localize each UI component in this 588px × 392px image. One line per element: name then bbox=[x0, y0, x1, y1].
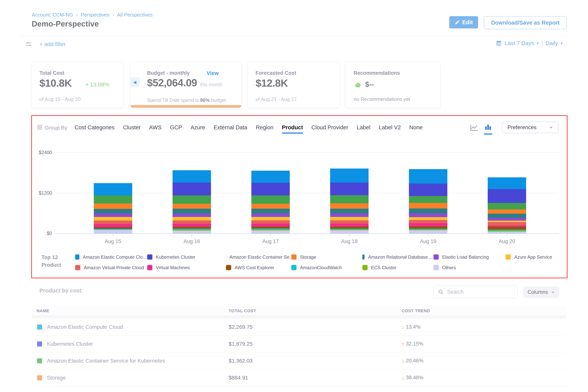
bar-segment[interactable] bbox=[251, 171, 290, 183]
bar-segment[interactable] bbox=[172, 170, 211, 182]
stacked-bar-aug-20[interactable] bbox=[488, 177, 526, 234]
bar-segment[interactable] bbox=[488, 232, 526, 234]
bar-segment[interactable] bbox=[488, 177, 526, 189]
bar-segment[interactable] bbox=[172, 224, 211, 227]
tab-cost-categories[interactable]: Cost Categories bbox=[74, 124, 114, 132]
granularity-dropdown[interactable]: Daily bbox=[546, 40, 558, 46]
tab-label-v2[interactable]: Label V2 bbox=[379, 124, 401, 132]
preferences-dropdown[interactable]: Preferences bbox=[502, 122, 559, 133]
bar-segment[interactable] bbox=[330, 224, 368, 226]
bar-segment[interactable] bbox=[94, 217, 132, 220]
bar-segment[interactable] bbox=[172, 230, 211, 234]
bar-segment[interactable] bbox=[330, 195, 368, 203]
bar-segment[interactable] bbox=[94, 209, 132, 213]
time-range-dropdown[interactable]: Last 7 Days bbox=[504, 40, 534, 46]
bar-segment[interactable] bbox=[251, 217, 290, 220]
stacked-bar-aug-17[interactable] bbox=[251, 171, 290, 234]
edit-button[interactable]: Edit bbox=[449, 16, 478, 28]
bar-segment[interactable] bbox=[488, 222, 526, 226]
budget-prev-arrow-button[interactable]: ◀ bbox=[130, 77, 140, 87]
bar-segment[interactable] bbox=[251, 183, 290, 196]
bar-segment[interactable] bbox=[172, 214, 211, 217]
bar-segment[interactable] bbox=[94, 213, 132, 217]
filter-settings-icon[interactable] bbox=[24, 40, 32, 49]
legend-item[interactable]: Virtual Machines bbox=[146, 264, 226, 271]
tab-label[interactable]: Label bbox=[357, 124, 370, 132]
bar-segment[interactable] bbox=[251, 220, 290, 224]
bar-segment[interactable] bbox=[251, 196, 290, 204]
chevron-down-icon[interactable]: ▾ bbox=[560, 41, 562, 46]
bar-segment[interactable] bbox=[409, 208, 447, 213]
bar-segment[interactable] bbox=[409, 230, 447, 234]
bar-segment[interactable] bbox=[94, 220, 132, 224]
bar-segment[interactable] bbox=[330, 203, 368, 209]
breadcrumb-account[interactable]: Account: CCM-NG bbox=[32, 12, 73, 18]
bar-chart-toggle[interactable] bbox=[484, 124, 492, 134]
bar-segment[interactable] bbox=[251, 226, 290, 228]
bar-segment[interactable] bbox=[94, 196, 132, 204]
table-row[interactable]: Storage$884.91↓38.48% bbox=[32, 369, 566, 386]
breadcrumb-perspectives[interactable]: Perspectives bbox=[81, 12, 109, 18]
table-row[interactable]: Kubernetes Cluster$1,879.25↑32.15% bbox=[32, 336, 566, 352]
tab-region[interactable]: Region bbox=[256, 124, 274, 132]
tab-aws[interactable]: AWS bbox=[149, 124, 162, 132]
columns-button[interactable]: Columns bbox=[523, 286, 559, 298]
legend-item[interactable]: Others bbox=[433, 264, 505, 271]
bar-segment[interactable] bbox=[330, 226, 368, 229]
search-input[interactable] bbox=[447, 289, 511, 295]
line-chart-toggle[interactable] bbox=[470, 124, 478, 134]
bar-segment[interactable] bbox=[488, 210, 526, 214]
bar-segment[interactable] bbox=[409, 213, 447, 217]
bar-segment[interactable] bbox=[409, 223, 447, 226]
tab-none[interactable]: None bbox=[409, 124, 422, 132]
stacked-bar-aug-16[interactable] bbox=[172, 170, 211, 234]
download-save-report-button[interactable]: Download/Save as Report bbox=[484, 16, 567, 29]
legend-item[interactable]: Elastic Load Balancing bbox=[433, 254, 505, 260]
table-row[interactable]: Amazon Elastic Compute Cloud$2,269.75↓13… bbox=[32, 318, 566, 336]
bar-segment[interactable] bbox=[251, 204, 290, 209]
bar-segment[interactable] bbox=[251, 224, 290, 226]
legend-item[interactable]: AWS Cost Explorer bbox=[226, 264, 291, 271]
tab-cluster[interactable]: Cluster bbox=[123, 124, 141, 132]
stacked-bar-aug-19[interactable] bbox=[409, 169, 447, 234]
bar-segment[interactable] bbox=[488, 203, 526, 210]
bar-segment[interactable] bbox=[409, 196, 447, 203]
bar-segment[interactable] bbox=[94, 227, 132, 229]
legend-item[interactable]: Amazon Elastic Compute Clo... bbox=[74, 254, 146, 260]
bar-segment[interactable] bbox=[488, 227, 526, 230]
bar-segment[interactable] bbox=[330, 209, 368, 214]
breadcrumb-all-perspectives[interactable]: All Perspectives bbox=[117, 12, 152, 18]
bar-segment[interactable] bbox=[172, 220, 211, 224]
bar-segment[interactable] bbox=[409, 169, 447, 184]
bar-segment[interactable] bbox=[488, 189, 526, 203]
bar-segment[interactable] bbox=[94, 224, 132, 227]
bar-segment[interactable] bbox=[330, 168, 368, 182]
bar-segment[interactable] bbox=[94, 204, 132, 209]
tab-external-data[interactable]: External Data bbox=[214, 124, 247, 132]
legend-item[interactable]: Kubernetes Cluster bbox=[146, 254, 226, 260]
bar-segment[interactable] bbox=[409, 220, 447, 223]
add-filter-button[interactable]: + add filter bbox=[40, 41, 66, 48]
chevron-down-icon[interactable]: ▾ bbox=[537, 41, 538, 46]
bar-segment[interactable] bbox=[330, 230, 368, 234]
bar-segment[interactable] bbox=[409, 226, 447, 229]
budget-view-link[interactable]: View bbox=[206, 70, 219, 76]
tab-azure[interactable]: Azure bbox=[190, 124, 205, 132]
bar-segment[interactable] bbox=[251, 214, 290, 217]
legend-item[interactable]: AmazonCloudWatch bbox=[291, 264, 362, 271]
bar-segment[interactable] bbox=[172, 227, 211, 229]
legend-item[interactable]: Amazon Elastic Container Se... bbox=[226, 254, 291, 260]
table-row[interactable]: Amazon Elastic Container Service for Kub… bbox=[32, 352, 566, 369]
legend-item[interactable]: Amazon Virtual Private Cloud bbox=[74, 264, 146, 271]
tab-product[interactable]: Product bbox=[282, 124, 303, 134]
bar-segment[interactable] bbox=[172, 182, 211, 195]
bar-segment[interactable] bbox=[94, 183, 132, 196]
tab-gcp[interactable]: GCP bbox=[170, 124, 182, 132]
tab-cloud-provider[interactable]: Cloud Provider bbox=[312, 124, 348, 132]
bar-segment[interactable] bbox=[488, 218, 526, 220]
bar-segment[interactable] bbox=[330, 220, 368, 224]
legend-item[interactable]: Storage bbox=[291, 254, 362, 260]
bar-segment[interactable] bbox=[330, 217, 368, 220]
stacked-bar-aug-15[interactable] bbox=[94, 183, 132, 234]
bar-segment[interactable] bbox=[409, 217, 447, 220]
